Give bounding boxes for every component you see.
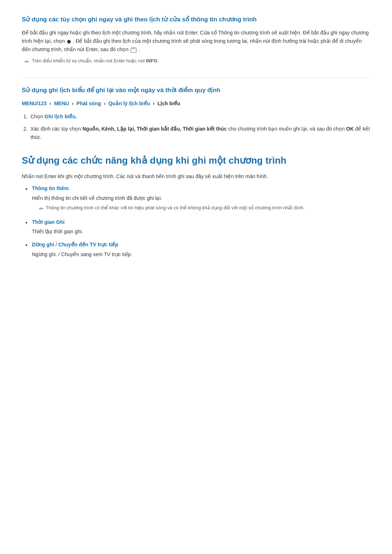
divider1 [22, 78, 370, 78]
step2: Xác định các tùy chọn Nguồn, Kênh, Lặp l… [29, 125, 370, 141]
bullet1-title: Thông tin thêm [32, 184, 370, 192]
bullet3-title2: Chuyển đến TV trực tiếp [58, 242, 118, 247]
section1-body-text2: . Để bắt đầu ghi theo lịch của một chươn… [22, 38, 362, 52]
step1-bold: Ghi lịch biểu. [45, 114, 77, 119]
record-icon-inline [131, 48, 136, 53]
bullet3-title1: Dừng ghi [32, 242, 54, 247]
section3: Sử dụng các chức năng khả dụng khi ghi m… [22, 153, 370, 258]
section1-body-end: . [139, 46, 140, 52]
bullet1-desc: Hiển thị thông tin chi tiết về chương tr… [32, 194, 370, 202]
step2-label: Xác định các tùy chọn [30, 126, 81, 132]
section1-body: Để bắt đầu ghi ngay hoặc ghi theo lịch m… [22, 29, 370, 54]
section3-intro: Nhấn nút Enter khi ghi một chương trình.… [22, 172, 370, 181]
section1-note-text: Trên điều khiển từ xa chuẩn, nhấn nút En… [32, 57, 159, 65]
step2-last: Thời gian kết thúc [183, 126, 226, 132]
pencil-icon-2: ✏ [39, 205, 44, 213]
section2: Sử dụng ghi lịch biểu để ghi lại vào một… [22, 85, 370, 141]
step1: Chọn Ghi lịch biểu. [29, 112, 370, 121]
step1-label: Chọn [30, 114, 43, 119]
breadcrumb-sep2: › [72, 100, 74, 106]
breadcrumb-item4[interactable]: Quản lý lịch biểu [109, 100, 150, 106]
bullet3-separator: / [56, 242, 58, 247]
bullet-item-1: Thông tin thêm Hiển thị thông tin chi ti… [25, 184, 370, 213]
breadcrumb-sep3: › [104, 100, 106, 106]
step2-ok: OK [346, 126, 354, 132]
bullet1-note-row: ✏ Thông tin chương trình có thể khác với… [39, 204, 370, 213]
bullet-item-2: Thời gian Ghi Thiết lập thời gian ghi. [25, 218, 370, 236]
breadcrumb-item1[interactable]: MENU/123 [22, 100, 46, 106]
step2-cont: cho chương trình bạn muốn ghi lại, và sa… [228, 126, 346, 132]
circle-button-icon [67, 40, 71, 44]
section2-title: Sử dụng ghi lịch biểu để ghi lại vào một… [22, 85, 370, 95]
breadcrumb-item5: Lịch biểu [158, 100, 180, 106]
section3-title: Sử dụng các chức năng khả dụng khi ghi m… [22, 153, 370, 168]
bullet1-note-text: Thông tin chương trình có thể khác với t… [46, 204, 305, 212]
breadcrumb-sep4: › [153, 100, 155, 106]
bullet2-title: Thời gian Ghi [32, 218, 370, 226]
breadcrumb-sep1: › [49, 100, 51, 106]
breadcrumb: MENU/123 › MENU › Phát sóng › Quản lý lị… [22, 99, 370, 107]
bullet-item-3: Dừng ghi / Chuyển đến TV trực tiếp Ngừng… [25, 241, 370, 258]
bullet3-title: Dừng ghi / Chuyển đến TV trực tiếp [32, 241, 370, 249]
section2-steps: Chọn Ghi lịch biểu. Xác định các tùy chọ… [29, 112, 370, 141]
step2-items: Nguồn, Kênh, Lặp lại, Thời gian bắt đầu, [82, 126, 181, 132]
section1-title: Sử dụng các tùy chọn ghi ngay và ghi the… [22, 15, 370, 24]
bullet3-desc: Ngừng ghi. / Chuyển sang xem TV trực tiế… [32, 250, 370, 258]
pencil-icon: ✏ [25, 58, 29, 66]
breadcrumb-item3[interactable]: Phát sóng [77, 100, 101, 106]
breadcrumb-item2[interactable]: MENU [54, 100, 69, 106]
section1: Sử dụng các tùy chọn ghi ngay và ghi the… [22, 15, 370, 66]
section1-note-row: ✏ Trên điều khiển từ xa chuẩn, nhấn nút … [25, 57, 370, 66]
bullet2-desc: Thiết lập thời gian ghi. [32, 227, 370, 235]
section3-bullet-list: Thông tin thêm Hiển thị thông tin chi ti… [25, 184, 370, 258]
